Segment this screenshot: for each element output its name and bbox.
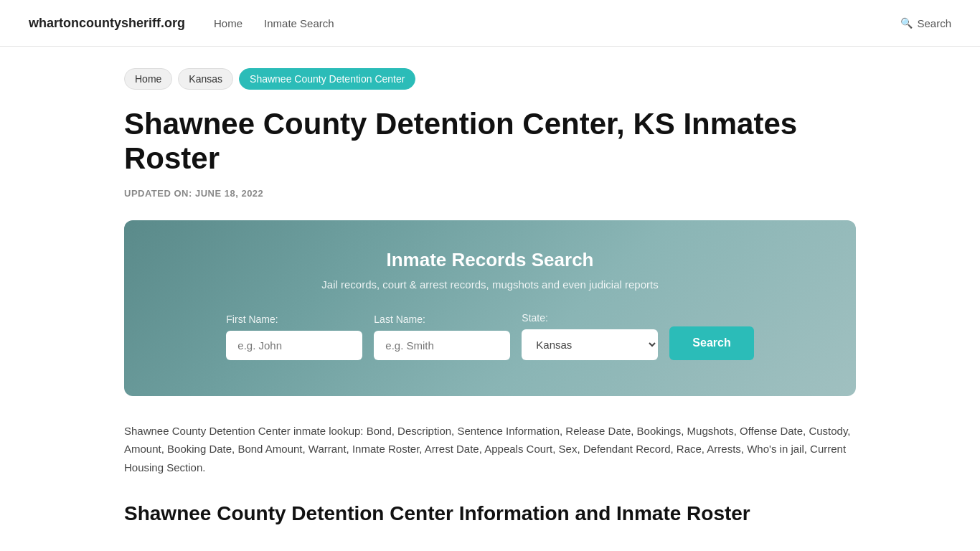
- updated-date: UPDATED ON: JUNE 18, 2022: [124, 188, 856, 199]
- page-title: Shawnee County Detention Center, KS Inma…: [124, 107, 856, 176]
- search-form: First Name: Last Name: State: AlabamaAla…: [160, 312, 820, 360]
- nav-inmate-search[interactable]: Inmate Search: [264, 17, 334, 29]
- first-name-group: First Name:: [226, 314, 362, 360]
- breadcrumb-home[interactable]: Home: [124, 68, 172, 90]
- last-name-group: Last Name:: [374, 314, 510, 360]
- section-heading: Shawnee County Detention Center Informat…: [124, 502, 856, 525]
- search-button[interactable]: Search: [669, 326, 753, 360]
- nav-search-label: Search: [917, 17, 951, 29]
- state-group: State: AlabamaAlaskaArizonaArkansasCalif…: [522, 312, 658, 360]
- breadcrumb-current[interactable]: Shawnee County Detention Center: [239, 68, 415, 90]
- navbar: whartoncountysheriff.org Home Inmate Sea…: [0, 0, 980, 47]
- search-card: Inmate Records Search Jail records, cour…: [124, 220, 856, 396]
- last-name-input[interactable]: [374, 331, 510, 360]
- first-name-input[interactable]: [226, 331, 362, 360]
- breadcrumb-kansas[interactable]: Kansas: [178, 68, 233, 90]
- nav-links: Home Inmate Search: [214, 17, 872, 29]
- description-text: Shawnee County Detention Center inmate l…: [124, 422, 856, 477]
- search-icon: 🔍: [900, 17, 913, 29]
- state-label: State:: [522, 312, 658, 324]
- updated-label: UPDATED ON:: [124, 188, 192, 199]
- nav-home[interactable]: Home: [214, 17, 242, 29]
- state-select[interactable]: AlabamaAlaskaArizonaArkansasCaliforniaCo…: [522, 329, 658, 360]
- first-name-label: First Name:: [226, 314, 362, 325]
- last-name-label: Last Name:: [374, 314, 510, 325]
- updated-date-value: JUNE 18, 2022: [195, 188, 263, 199]
- search-card-title: Inmate Records Search: [160, 249, 820, 271]
- site-brand[interactable]: whartoncountysheriff.org: [29, 16, 185, 31]
- search-card-subtitle: Jail records, court & arrest records, mu…: [160, 278, 820, 291]
- main-content: Home Kansas Shawnee County Detention Cen…: [95, 47, 885, 551]
- nav-search-button[interactable]: 🔍 Search: [900, 17, 951, 29]
- breadcrumb: Home Kansas Shawnee County Detention Cen…: [124, 68, 856, 90]
